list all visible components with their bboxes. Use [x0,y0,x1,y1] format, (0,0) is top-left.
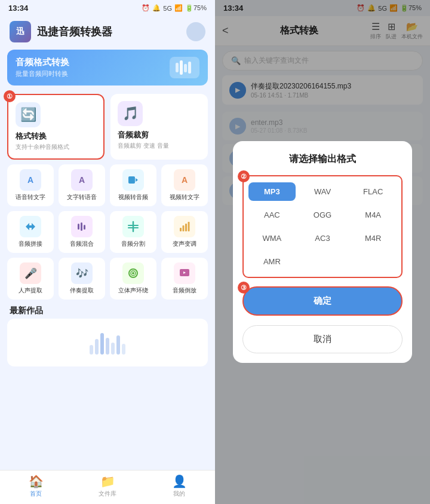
left-status-bar: 13:34 ⏰ 🔔 5G 📶 🔋75% [0,0,215,16]
feature-audio-split[interactable]: 音频分割 [110,211,156,253]
left-status-icons: ⏰ 🔔 5G 📶 🔋75% [142,4,207,12]
format-row-3: WMA AC3 M4R [248,229,397,248]
files-icon: 📁 [100,474,115,488]
banner-subtitle: 批量音频同时转换 [16,69,69,78]
speech-to-text-icon: A [20,169,41,191]
stereo-surround-icon [122,262,144,284]
video-to-audio-icon [122,169,144,191]
banner-card[interactable]: 音频格式转换 批量音频同时转换 [7,50,208,85]
feature-format-convert[interactable]: ① 🔄 格式转换 支持十余种音频格式 [7,94,105,160]
video-to-text-label: 视频转文字 [170,193,199,201]
svg-rect-8 [84,225,85,230]
feature-stereo-surround[interactable]: 立体声环绕 [110,258,156,300]
format-convert-name: 格式转换 [16,131,96,142]
confirm-button[interactable]: 确定 [242,286,403,316]
nav-home-label: 首页 [30,490,42,498]
banner-icon [170,57,199,78]
feature-audio-splice[interactable]: 音频拼接 [7,211,54,253]
signal-icon: 5G [163,5,172,12]
nav-files[interactable]: 📁 文件库 [72,474,143,498]
svg-rect-6 [78,224,79,230]
format-wma[interactable]: WMA [248,229,296,248]
badge-2: ② [238,170,250,182]
app-logo: 迅 [10,21,31,42]
feature-audio-trim[interactable]: 🎵 音频裁剪 音频裁剪 变速 音量 [110,94,208,160]
audio-reverse-label: 音频倒放 [173,286,196,295]
format-m4r[interactable]: M4R [349,229,397,248]
svg-point-18 [132,272,134,274]
audio-mix-label: 音频混合 [70,240,94,248]
feature-speech-to-text[interactable]: A 语音转文字 [7,164,54,206]
vocal-extract-icon: 🎤 [20,262,41,284]
modal-overlay: 请选择输出格式 ② MP3 WAV FLAC AAC OGG M4A [215,0,430,504]
audio-trim-name: 音频裁剪 [118,130,201,140]
audio-trim-desc: 音频裁剪 变速 音量 [118,142,201,150]
format-ogg[interactable]: OGG [299,206,346,224]
audio-mix-icon [71,216,93,237]
section-latest-title: 最新作品 [0,300,215,319]
latest-work-area [7,319,208,366]
main-feature-grid: ① 🔄 格式转换 支持十余种音频格式 🎵 音频裁剪 音频裁剪 变速 音量 [0,94,215,160]
video-to-audio-label: 视频转音频 [118,193,148,201]
feature-pitch-change[interactable]: 变声变调 [161,211,208,253]
battery-icon: 🔋75% [185,4,207,12]
cancel-button[interactable]: 取消 [242,325,403,353]
format-mp3[interactable]: MP3 [248,182,296,201]
bgm-extract-label: 伴奏提取 [70,286,94,295]
pitch-change-label: 变声变调 [173,240,196,248]
small-feature-grid-2: 音频拼接 音频混合 音频分割 变声变调 [0,206,215,253]
feature-bgm-extract[interactable]: 🎶 伴奏提取 [59,258,105,300]
audio-split-label: 音频分割 [121,240,145,248]
svg-marker-5 [136,178,138,182]
nav-mine[interactable]: 👤 我的 [143,474,215,498]
format-amr[interactable]: AMR [248,252,296,271]
feature-vocal-extract[interactable]: 🎤 人声提取 [7,258,54,300]
feature-video-to-audio[interactable]: 视频转音频 [110,164,156,206]
format-wav[interactable]: WAV [299,182,346,201]
feature-video-to-text[interactable]: A 视频转文字 [161,164,208,206]
alarm-icon: ⏰ [142,4,150,12]
svg-rect-4 [128,176,135,184]
format-aac[interactable]: AAC [248,206,296,224]
svg-rect-0 [176,63,179,72]
svg-rect-12 [180,228,182,231]
format-row-2: AAC OGG M4A [248,206,397,224]
format-grid-wrap: ② MP3 WAV FLAC AAC OGG M4A [242,175,403,286]
small-feature-grid-3: 🎤 人声提取 🎶 伴奏提取 立体声环绕 音频倒放 [0,253,215,300]
bgm-extract-icon: 🎶 [71,262,93,284]
banner-title: 音频格式转换 [16,57,69,68]
feature-audio-reverse[interactable]: 音频倒放 [161,258,208,300]
audio-splice-icon [20,216,41,237]
home-icon: 🏠 [29,474,44,488]
format-row-1: MP3 WAV FLAC [248,182,397,201]
user-avatar[interactable] [186,22,205,41]
svg-rect-13 [183,225,185,231]
left-panel: 13:34 ⏰ 🔔 5G 📶 🔋75% 迅 迅捷音频转换器 音频格式转换 批量音… [0,0,215,504]
badge-1: ① [4,90,16,102]
modal-title: 请选择输出格式 [242,153,403,166]
video-to-text-icon: A [174,169,195,191]
badge-3: ③ [238,282,250,294]
mine-icon: 👤 [172,474,187,488]
audio-trim-icon: 🎵 [118,101,143,126]
text-to-speech-label: 文字转语音 [67,193,97,201]
text-to-speech-icon: A [71,169,93,191]
svg-rect-14 [185,224,187,231]
right-panel: 13:34 ⏰ 🔔 5G 📶 🔋75% < 格式转换 ☰ 排序 ⊞ 队进 📂 本… [215,0,430,504]
format-ac3[interactable]: AC3 [299,229,346,248]
app-header: 迅 迅捷音频转换器 [0,16,215,46]
speech-to-text-label: 语音转文字 [16,193,45,201]
small-feature-grid-1: A 语音转文字 A 文字转语音 视频转音频 A 视频转文字 [0,160,215,206]
format-flac[interactable]: FLAC [349,182,397,201]
feature-audio-mix[interactable]: 音频混合 [59,211,105,253]
bottom-navigation: 🏠 首页 📁 文件库 👤 我的 [0,470,215,504]
banner-text: 音频格式转换 批量音频同时转换 [16,57,69,78]
audio-split-icon [122,216,144,237]
format-m4a[interactable]: M4A [349,206,397,224]
pitch-change-icon [174,216,195,237]
format-select-modal: 请选择输出格式 ② MP3 WAV FLAC AAC OGG M4A [233,141,412,363]
notification-icon: 🔔 [152,4,161,12]
nav-home[interactable]: 🏠 首页 [0,474,72,498]
feature-text-to-speech[interactable]: A 文字转语音 [59,164,105,206]
format-convert-desc: 支持十余种音频格式 [16,143,96,151]
